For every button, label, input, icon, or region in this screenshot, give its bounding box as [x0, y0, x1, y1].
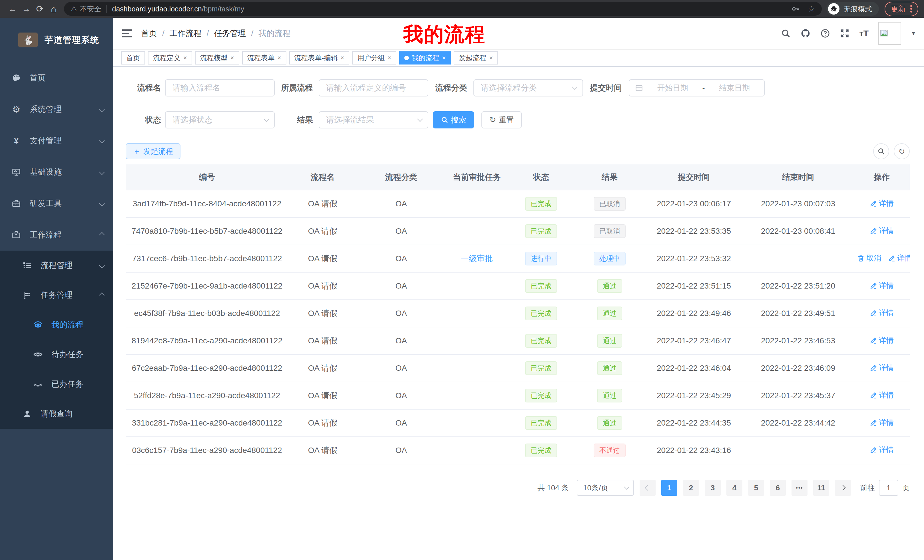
create-process-button[interactable]: ＋ 发起流程 [126, 143, 180, 159]
refresh-table-button[interactable]: ↻ [894, 143, 910, 159]
detail-action-link[interactable]: 详情 [870, 281, 894, 290]
goto-page-input[interactable] [879, 480, 898, 496]
cell-current-task [446, 355, 508, 382]
bookmark-star-icon[interactable]: ☆ [808, 4, 815, 14]
sidebar-item-my-process[interactable]: 我的流程 [0, 310, 113, 340]
page-button-6[interactable]: 6 [770, 480, 786, 496]
page-size-select[interactable]: 10条/页 [577, 480, 634, 496]
browser-update-button[interactable]: 更新 [885, 2, 918, 16]
sidebar-item-home[interactable]: 首页 [0, 62, 113, 94]
next-page-button[interactable] [835, 480, 851, 496]
page-button-5[interactable]: 5 [748, 480, 764, 496]
action-label: 详情 [879, 335, 894, 345]
start-date-placeholder: 开始日期 [649, 83, 697, 93]
close-icon[interactable]: × [230, 54, 234, 61]
cell-end-time: 2022-01-22 23:44:42 [742, 409, 854, 437]
robot-icon [33, 320, 43, 329]
status-badge: 已完成 [525, 307, 557, 320]
cancel-action-link[interactable]: 取消 [857, 253, 881, 263]
detail-action-link[interactable]: 详情 [870, 308, 894, 318]
sidebar-item-label: 流程管理 [40, 260, 72, 271]
current-task-link[interactable]: 一级审批 [461, 254, 493, 263]
tag-发起流程[interactable]: 发起流程× [454, 51, 498, 64]
sidebar-item-devtools[interactable]: 研发工具 [0, 188, 113, 219]
tag-用户分组[interactable]: 用户分组× [352, 51, 396, 64]
browser-back-icon[interactable]: ← [6, 2, 20, 16]
close-icon[interactable]: × [489, 54, 493, 61]
pencil-icon [888, 255, 896, 262]
sidebar-item-done-task[interactable]: 已办任务 [0, 369, 113, 399]
help-icon[interactable] [820, 28, 830, 38]
submit-time-range-picker[interactable]: 开始日期 - 结束日期 [629, 79, 765, 96]
result-select[interactable]: 请选择流结果 [319, 111, 428, 129]
detail-action-link[interactable]: 详情 [870, 390, 894, 400]
definition-input[interactable] [319, 79, 428, 96]
tag-流程模型[interactable]: 流程模型× [195, 51, 239, 64]
detail-action-link[interactable]: 详情 [870, 363, 894, 373]
action-label: 详情 [879, 198, 894, 208]
browser-forward-icon[interactable]: → [20, 2, 33, 16]
font-size-icon[interactable]: ᴛT [859, 28, 868, 38]
tag-我的流程[interactable]: 我的流程× [399, 51, 451, 64]
page-button-2[interactable]: 2 [683, 480, 699, 496]
avatar[interactable] [878, 22, 901, 45]
eye-closed-icon [33, 379, 43, 389]
sidebar-item-process-mgmt[interactable]: 流程管理 [0, 251, 113, 280]
sidebar-item-system[interactable]: ⚙系统管理 [0, 94, 113, 125]
close-icon[interactable]: × [442, 54, 446, 61]
page-button-11[interactable]: 11 [813, 480, 829, 496]
page-button-4[interactable]: 4 [726, 480, 742, 496]
category-label: 流程分类 [435, 82, 467, 93]
reset-button[interactable]: ↻ 重置 [482, 111, 522, 129]
sidebar-item-leave-query[interactable]: 请假查询 [0, 399, 113, 429]
warning-icon: ⚠ [71, 5, 77, 13]
browser-menu-icon[interactable] [910, 5, 912, 13]
detail-action-link[interactable]: 详情 [870, 418, 894, 428]
search-icon[interactable] [781, 28, 790, 38]
sidebar-item-label: 我的流程 [51, 319, 83, 330]
process-name-input[interactable] [165, 79, 274, 96]
key-icon[interactable] [791, 4, 800, 13]
app-logo-row[interactable]: 🐇 芋道管理系统 [0, 18, 113, 62]
breadcrumb-item[interactable]: 首页 [141, 28, 157, 39]
close-icon[interactable]: × [387, 54, 391, 61]
detail-action-link[interactable]: 详情 [888, 253, 910, 263]
page-button-3[interactable]: 3 [705, 480, 721, 496]
sidebar-item-todo-task[interactable]: 待办任务 [0, 340, 113, 369]
prev-page-button[interactable] [640, 480, 656, 496]
sidebar-item-workflow[interactable]: 工作流程 [0, 219, 113, 251]
tag-首页[interactable]: 首页 [121, 51, 145, 64]
cell-process-id: 7470a810-7b9b-11ec-b5b7-acde48001122 [126, 217, 288, 245]
detail-action-link[interactable]: 详情 [870, 198, 894, 208]
breadcrumb-item[interactable]: 任务管理 [214, 28, 246, 39]
close-icon[interactable]: × [340, 54, 344, 61]
cell-status: 已完成 [508, 272, 574, 300]
breadcrumb-item[interactable]: 工作流程 [170, 28, 202, 39]
show-search-toggle-button[interactable] [873, 143, 889, 159]
address-bar[interactable]: ⚠ 不安全 dashboard.yudao.iocoder.cn /bpm/ta… [64, 2, 822, 16]
detail-action-link[interactable]: 详情 [870, 226, 894, 236]
sidebar-item-payment[interactable]: ¥支付管理 [0, 125, 113, 156]
detail-action-link[interactable]: 详情 [870, 445, 894, 455]
close-icon[interactable]: × [183, 54, 187, 61]
sidebar-item-infra[interactable]: 基础设施 [0, 156, 113, 188]
cell-current-task [446, 272, 508, 300]
avatar-caret-icon[interactable]: ▼ [911, 30, 916, 36]
page-button-1[interactable]: 1 [661, 480, 677, 496]
tag-流程定义[interactable]: 流程定义× [148, 51, 192, 64]
cell-process-id: 52ffd28e-7b9a-11ec-a290-acde48001122 [126, 382, 288, 409]
hamburger-icon[interactable] [122, 29, 132, 37]
tag-流程表单[interactable]: 流程表单× [242, 51, 286, 64]
github-icon[interactable] [800, 28, 811, 39]
cell-category: OA [357, 355, 446, 382]
browser-reload-icon[interactable]: ⟳ [33, 2, 47, 16]
status-select[interactable]: 请选择状态 [165, 111, 274, 129]
category-select[interactable]: 请选择流程分类 [473, 79, 583, 96]
close-icon[interactable]: × [278, 54, 281, 61]
fullscreen-icon[interactable] [840, 28, 849, 38]
detail-action-link[interactable]: 详情 [870, 335, 894, 345]
tag-流程表单-编辑[interactable]: 流程表单-编辑× [289, 51, 350, 64]
search-button[interactable]: 搜索 [433, 111, 474, 129]
browser-home-icon[interactable]: ⌂ [47, 2, 60, 16]
sidebar-item-task-mgmt[interactable]: 任务管理 [0, 280, 113, 310]
